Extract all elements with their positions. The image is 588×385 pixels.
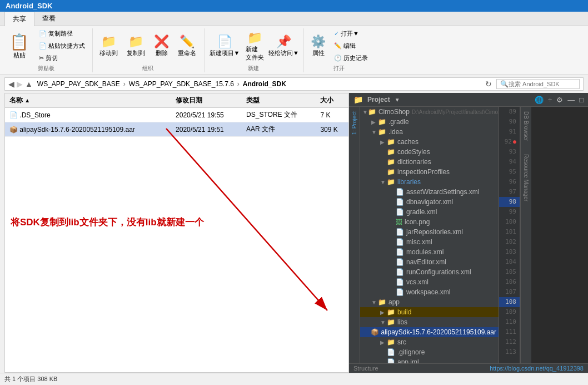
layout-icon[interactable]: ÷ xyxy=(548,96,552,104)
properties-button[interactable]: ⚙️ 属性 xyxy=(307,33,329,58)
tree-item-gradlexml[interactable]: 📄 gradle.xml xyxy=(360,207,499,217)
folder-caches-icon: 📁 xyxy=(387,138,395,146)
refresh-icon[interactable]: ↻ xyxy=(485,80,492,88)
resource-manager-tab[interactable]: Resource Manager xyxy=(522,150,530,206)
tree-item-idea[interactable]: ▼ 📁 .idea xyxy=(360,127,499,137)
tab-share[interactable]: 共享 xyxy=(4,12,34,26)
tree-item-inspectionProfiles[interactable]: 📁 inspectionProfiles xyxy=(360,167,499,177)
copy-to-button[interactable]: 📁 复制到 xyxy=(123,33,148,58)
back-icon[interactable]: ◀ xyxy=(8,80,14,88)
tree-item-src[interactable]: ▶ 📁 src xyxy=(360,337,499,347)
forward-icon[interactable]: ▶ xyxy=(17,80,23,88)
edit-button[interactable]: ✏️ 编辑 xyxy=(331,41,371,51)
tree-item-gradle[interactable]: ▶ 📁 .gradle xyxy=(360,117,499,127)
status-bar: Structure https://blog.csdn.net/qq_41912… xyxy=(349,363,588,373)
globe-icon[interactable]: 🌐 xyxy=(535,96,544,104)
tree-label-alipay-aar: alipaySdk-15.7.6-20200521195109.aar xyxy=(381,328,497,336)
properties-label: 属性 xyxy=(312,49,325,57)
search-bar: 🔍 xyxy=(496,79,580,89)
history-button[interactable]: 🕐 历史记录 xyxy=(331,53,371,63)
tree-item-libraries[interactable]: ▼ 📁 libraries xyxy=(360,177,499,187)
folder-gradle-icon: 📁 xyxy=(378,118,386,126)
tree-label-runConfigurations: runConfigurations.xml xyxy=(406,268,471,276)
new-group: 📄 新建项目▼ 📁 新建文件夹 📌 轻松访问▼ 新建 xyxy=(208,28,304,72)
paste-label: 粘贴 xyxy=(13,51,26,60)
new-folder-button[interactable]: 📁 新建文件夹 xyxy=(243,29,266,63)
maximize-icon[interactable]: □ xyxy=(579,96,584,104)
tree-item-navEditor[interactable]: 📄 navEditor.xml xyxy=(360,257,499,267)
tree-item-miscxml[interactable]: 📄 misc.xml xyxy=(360,237,499,247)
tree-item-root[interactable]: ▼ 📁 CimoShop D:\AndroidMyProject\finalte… xyxy=(360,107,499,117)
search-input[interactable] xyxy=(509,81,575,87)
tree-item-jarRepositories[interactable]: 📄 jarRepositories.xml xyxy=(360,227,499,237)
aar-icon: 📦 xyxy=(9,126,18,134)
settings-icon[interactable]: ⚙ xyxy=(556,96,563,104)
folder-libs-icon: 📁 xyxy=(387,318,395,326)
easy-access-button[interactable]: 📌 轻松访问▼ xyxy=(268,33,299,58)
tree-item-vcsxml[interactable]: 📄 vcs.xml xyxy=(360,277,499,287)
history-icon: 🕐 xyxy=(334,55,342,62)
minimize-icon[interactable]: — xyxy=(567,96,575,104)
move-to-button[interactable]: 📁 移动到 xyxy=(96,33,121,58)
delete-button[interactable]: ❌ 删除 xyxy=(151,33,172,58)
col-size[interactable]: 大小 xyxy=(316,93,348,108)
tree-label-dbnavigator: dbnavigator.xml xyxy=(406,198,453,206)
tree-item-appiml[interactable]: 📄 app.iml xyxy=(360,357,499,363)
clipboard-group: 📋 粘贴 📄 复制路径 📄 粘贴快捷方式 ✂ 剪切 xyxy=(4,28,93,72)
tree-label-app: app xyxy=(388,298,400,306)
file-row-aar[interactable]: 📦 alipaySdk-15.7.6-20200521195109.aar 20… xyxy=(5,122,348,137)
xml-icon-1: 📄 xyxy=(396,188,404,196)
tree-item-runConfigurations[interactable]: 📄 runConfigurations.xml xyxy=(360,267,499,277)
line-numbers: 89 90 91 92● 93 94 95 96 97 98 99 100 10… xyxy=(499,107,520,363)
tree-item-dbnavigator[interactable]: 📄 dbnavigator.xml xyxy=(360,197,499,207)
status-link[interactable]: https://blog.csdn.net/qq_41912398 xyxy=(490,365,584,372)
open-button[interactable]: ✓ 打开▼ xyxy=(331,28,371,39)
tree-item-dictionaries[interactable]: 📁 dictionaries xyxy=(360,157,499,167)
structure-tab[interactable]: Structure xyxy=(353,365,378,372)
new-item-button[interactable]: 📄 新建项目▼ xyxy=(208,33,241,58)
tree-item-gitignore[interactable]: 📄 .gitignore xyxy=(360,347,499,357)
tree-item-codeStyles[interactable]: 📁 codeStyles xyxy=(360,147,499,157)
path-segment-1[interactable]: WS_APP_PAY_SDK_BASE xyxy=(35,80,122,88)
tree-item-app[interactable]: ▼ 📁 app xyxy=(360,297,499,307)
dropdown-icon[interactable]: ▼ xyxy=(395,97,400,103)
up-icon[interactable]: ▲ xyxy=(25,80,33,88)
tree-item-workspace[interactable]: 📄 workspace.xml xyxy=(360,287,499,297)
side-tab-project[interactable]: 1: Project xyxy=(349,107,360,363)
line-110: 110 xyxy=(499,317,520,327)
tree-label-gradle: .gradle xyxy=(388,118,409,126)
rename-button[interactable]: ✏️ 重命名 xyxy=(175,33,200,58)
tree-label-assetWizard: assetWizardSettings.xml xyxy=(406,188,479,196)
main-area: 名称 ▲ 修改日期 类型 大小 📄 .DS_Store 2020/5/21 19… xyxy=(0,91,588,373)
tree-item-build[interactable]: ▶ 📁 build xyxy=(360,307,499,317)
tree-item-libs[interactable]: ▼ 📁 libs xyxy=(360,317,499,327)
paste-shortcut-button[interactable]: 📄 粘贴快捷方式 xyxy=(36,41,88,51)
open-icon: ✓ xyxy=(334,30,339,37)
ribbon-title-bar: Android_SDK xyxy=(0,0,588,12)
organize-group: 📁 移动到 📁 复制到 ❌ 删除 ✏️ 重命名 组织 xyxy=(96,28,205,72)
path-segment-2[interactable]: WS_APP_PAY_SDK_BASE_15.7.6 xyxy=(127,80,236,88)
file-pane: 名称 ▲ 修改日期 类型 大小 📄 .DS_Store 2020/5/21 19… xyxy=(4,93,349,373)
db-browser-tab[interactable]: DB Browser xyxy=(522,107,530,145)
file-row[interactable]: 📄 .DS_Store 2020/5/21 19:55 DS_STORE 文件 … xyxy=(5,108,348,122)
tree-item-iconpng[interactable]: 🖼 icon.png xyxy=(360,217,499,227)
col-type[interactable]: 类型 xyxy=(242,93,316,108)
tab-view[interactable]: 查看 xyxy=(34,12,63,26)
paste-button[interactable]: 📋 粘贴 xyxy=(4,31,34,61)
copy-path-button[interactable]: 📄 复制路径 xyxy=(36,28,88,39)
tree-item-assetWizard[interactable]: 📄 assetWizardSettings.xml xyxy=(360,187,499,197)
side-tab-label: 1: Project xyxy=(350,107,358,139)
col-date[interactable]: 修改日期 xyxy=(171,93,242,108)
tree-label-gradlexml: gradle.xml xyxy=(406,208,437,216)
tree-item-modules[interactable]: 📄 modules.xml xyxy=(360,247,499,257)
col-name[interactable]: 名称 ▲ xyxy=(5,93,171,108)
path-segment-3[interactable]: Android_SDK xyxy=(241,80,288,88)
folder-app-icon: 📁 xyxy=(378,298,386,306)
line-109: 109 xyxy=(499,307,520,317)
tree-item-caches[interactable]: ▶ 📁 caches xyxy=(360,137,499,147)
arrow-libs: ▼ xyxy=(380,319,387,325)
line-112: 112 xyxy=(499,337,520,347)
cut-button[interactable]: ✂ 剪切 xyxy=(36,53,88,63)
tree-label-vcsxml: vcs.xml xyxy=(406,278,428,286)
tree-item-alipay-aar[interactable]: 📦 alipaySdk-15.7.6-20200521195109.aar xyxy=(360,327,499,337)
